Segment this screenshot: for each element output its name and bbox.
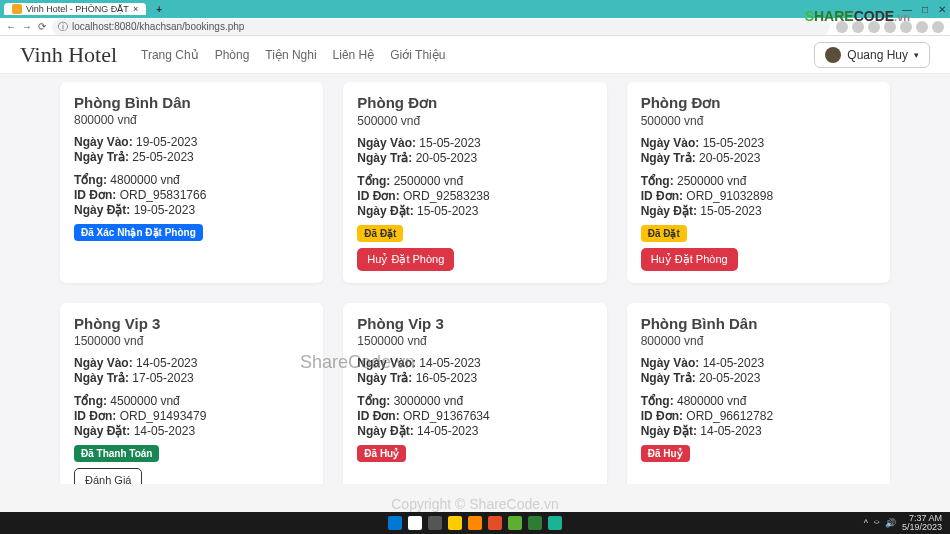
tab-close-icon[interactable]: × xyxy=(133,4,138,14)
bookdate-line: Ngày Đặt: 14-05-2023 xyxy=(357,424,592,438)
system-tray: ^ ⌔ 🔊 7:37 AM 5/19/2023 xyxy=(864,514,942,532)
room-title: Phòng Vip 3 xyxy=(357,315,592,332)
status-badge: Đã Đặt xyxy=(357,225,403,242)
checkout-line: Ngày Trả: 16-05-2023 xyxy=(357,371,592,385)
taskbar-apps xyxy=(388,516,562,530)
room-price: 500000 vnđ xyxy=(641,114,876,128)
total-line: Tổng: 2500000 vnđ xyxy=(357,174,592,188)
booking-card: Phòng Đơn500000 vnđNgày Vào: 15-05-2023N… xyxy=(343,82,606,283)
windows-taskbar: ^ ⌔ 🔊 7:37 AM 5/19/2023 xyxy=(0,512,950,534)
taskbar-app-icon[interactable] xyxy=(528,516,542,530)
sound-icon[interactable]: 🔊 xyxy=(885,518,896,528)
nav-link[interactable]: Tiện Nghi xyxy=(265,48,316,62)
total-line: Tổng: 4500000 vnđ xyxy=(74,394,309,408)
booking-card: Phòng Vip 31500000 vnđNgày Vào: 14-05-20… xyxy=(343,303,606,484)
booking-card: Phòng Đơn500000 vnđNgày Vào: 15-05-2023N… xyxy=(627,82,890,283)
user-menu-button[interactable]: Quang Huy ▾ xyxy=(814,42,930,68)
taskbar-app-icon[interactable] xyxy=(488,516,502,530)
favicon-icon xyxy=(12,4,22,14)
brand-logo[interactable]: Vinh Hotel xyxy=(20,42,117,68)
ext-icon[interactable] xyxy=(916,21,928,33)
room-price: 800000 vnđ xyxy=(641,334,876,348)
room-price: 1500000 vnđ xyxy=(357,334,592,348)
tray-up-icon[interactable]: ^ xyxy=(864,518,868,528)
cancel-booking-button[interactable]: Huỷ Đặt Phòng xyxy=(641,248,738,271)
room-price: 1500000 vnđ xyxy=(74,334,309,348)
reload-button[interactable]: ⟳ xyxy=(38,21,46,32)
tab-title: Vinh Hotel - PHÒNG ĐẶT xyxy=(26,4,129,14)
checkin-line: Ngày Vào: 14-05-2023 xyxy=(641,356,876,370)
status-badge: Đã Đặt xyxy=(641,225,687,242)
taskbar-app-icon[interactable] xyxy=(508,516,522,530)
ext-icon[interactable] xyxy=(932,21,944,33)
maximize-button[interactable]: □ xyxy=(922,4,928,15)
bookdate-line: Ngày Đặt: 15-05-2023 xyxy=(357,204,592,218)
checkin-line: Ngày Vào: 15-05-2023 xyxy=(357,136,592,150)
new-tab-button[interactable]: + xyxy=(150,4,168,15)
checkout-line: Ngày Trả: 17-05-2023 xyxy=(74,371,309,385)
nav-link[interactable]: Giới Thiệu xyxy=(390,48,445,62)
taskbar-app-icon[interactable] xyxy=(428,516,442,530)
total-line: Tổng: 4800000 vnđ xyxy=(74,173,309,187)
checkin-line: Ngày Vào: 19-05-2023 xyxy=(74,135,309,149)
taskbar-app-icon[interactable] xyxy=(468,516,482,530)
taskbar-clock[interactable]: 7:37 AM 5/19/2023 xyxy=(902,514,942,532)
status-badge: Đã Huỷ xyxy=(357,445,406,462)
copyright-watermark: Copyright © ShareCode.vn xyxy=(391,496,559,512)
wifi-icon[interactable]: ⌔ xyxy=(874,518,879,528)
site-info-icon[interactable]: ⓘ xyxy=(58,20,68,34)
nav-link[interactable]: Phòng xyxy=(215,48,250,62)
checkin-line: Ngày Vào: 15-05-2023 xyxy=(641,136,876,150)
booking-card: Phòng Vip 31500000 vnđNgày Vào: 14-05-20… xyxy=(60,303,323,484)
browser-tab[interactable]: Vinh Hotel - PHÒNG ĐẶT × xyxy=(4,3,146,15)
taskbar-app-icon[interactable] xyxy=(448,516,462,530)
chevron-down-icon: ▾ xyxy=(914,50,919,60)
cancel-booking-button[interactable]: Huỷ Đặt Phòng xyxy=(357,248,454,271)
room-title: Phòng Đơn xyxy=(641,94,876,112)
nav-links: Trang ChủPhòngTiện NghiLiên HệGiới Thiệu xyxy=(141,48,814,62)
status-badge: Đã Huỷ xyxy=(641,445,690,462)
site-navbar: Vinh Hotel Trang ChủPhòngTiện NghiLiên H… xyxy=(0,36,950,74)
checkin-line: Ngày Vào: 14-05-2023 xyxy=(74,356,309,370)
forward-button[interactable]: → xyxy=(22,21,32,32)
checkout-line: Ngày Trả: 20-05-2023 xyxy=(641,371,876,385)
order-line: ID Đơn: ORD_91032898 xyxy=(641,189,876,203)
status-badge: Đã Xác Nhận Đặt Phòng xyxy=(74,224,203,241)
nav-link[interactable]: Trang Chủ xyxy=(141,48,199,62)
close-window-button[interactable]: ✕ xyxy=(938,4,946,15)
order-line: ID Đơn: ORD_96612782 xyxy=(641,409,876,423)
order-line: ID Đơn: ORD_91367634 xyxy=(357,409,592,423)
checkout-line: Ngày Trả: 25-05-2023 xyxy=(74,150,309,164)
sharecode-watermark: SHARECODE.vn xyxy=(805,8,910,24)
avatar-icon xyxy=(825,47,841,63)
rate-button[interactable]: Đánh Giá xyxy=(74,468,142,484)
room-title: Phòng Bình Dân xyxy=(74,94,309,111)
bookdate-line: Ngày Đặt: 14-05-2023 xyxy=(74,424,309,438)
taskbar-app-icon[interactable] xyxy=(548,516,562,530)
total-line: Tổng: 3000000 vnđ xyxy=(357,394,592,408)
taskbar-app-icon[interactable] xyxy=(408,516,422,530)
order-line: ID Đơn: ORD_92583238 xyxy=(357,189,592,203)
nav-link[interactable]: Liên Hệ xyxy=(333,48,375,62)
username-label: Quang Huy xyxy=(847,48,908,62)
room-price: 500000 vnđ xyxy=(357,114,592,128)
back-button[interactable]: ← xyxy=(6,21,16,32)
bookdate-line: Ngày Đặt: 19-05-2023 xyxy=(74,203,309,217)
order-line: ID Đơn: ORD_95831766 xyxy=(74,188,309,202)
checkin-line: Ngày Vào: 14-05-2023 xyxy=(357,356,592,370)
status-badge: Đã Thanh Toán xyxy=(74,445,159,462)
taskbar-app-icon[interactable] xyxy=(388,516,402,530)
checkout-line: Ngày Trả: 20-05-2023 xyxy=(641,151,876,165)
bookdate-line: Ngày Đặt: 14-05-2023 xyxy=(641,424,876,438)
page-content: Phòng Bình Dân800000 vnđNgày Vào: 19-05-… xyxy=(0,74,950,484)
url-text: localhost:8080/khachsan/bookings.php xyxy=(72,21,244,32)
room-title: Phòng Đơn xyxy=(357,94,592,112)
total-line: Tổng: 2500000 vnđ xyxy=(641,174,876,188)
bookdate-line: Ngày Đặt: 15-05-2023 xyxy=(641,204,876,218)
checkout-line: Ngày Trả: 20-05-2023 xyxy=(357,151,592,165)
room-title: Phòng Vip 3 xyxy=(74,315,309,332)
url-input[interactable]: ⓘ localhost:8080/khachsan/bookings.php xyxy=(52,19,830,35)
bookings-grid: Phòng Bình Dân800000 vnđNgày Vào: 19-05-… xyxy=(60,82,890,484)
room-title: Phòng Bình Dân xyxy=(641,315,876,332)
booking-card: Phòng Bình Dân800000 vnđNgày Vào: 19-05-… xyxy=(60,82,323,283)
